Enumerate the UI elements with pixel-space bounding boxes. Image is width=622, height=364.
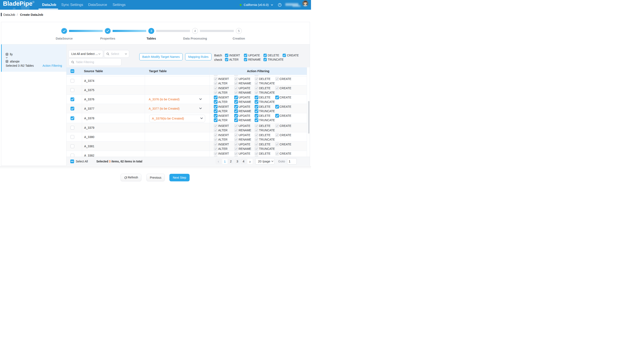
svg-text:?: ?	[279, 3, 280, 6]
